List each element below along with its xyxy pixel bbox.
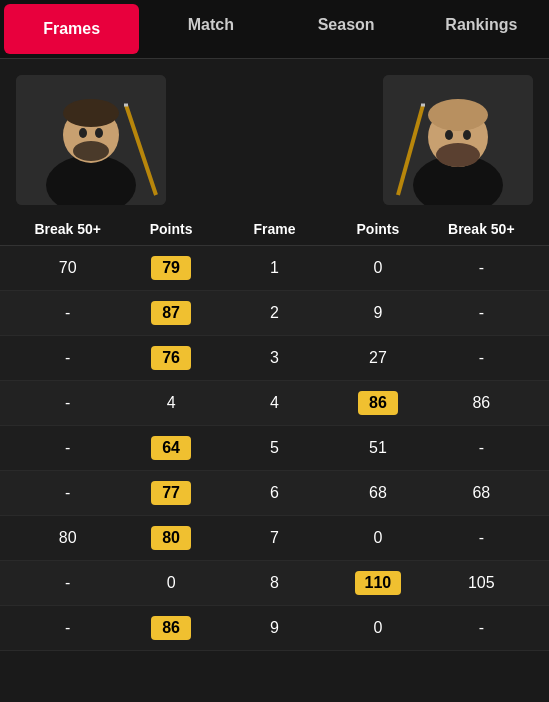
- cell-points-right: 68: [326, 484, 429, 502]
- table-row: - 4 4 86 86: [0, 381, 549, 426]
- svg-point-3: [63, 99, 119, 127]
- cell-frame: 4: [223, 394, 326, 412]
- cell-points-left: 4: [119, 394, 222, 412]
- header-break50-right: Break 50+: [430, 221, 533, 237]
- tab-match[interactable]: Match: [143, 0, 278, 58]
- cell-frame: 7: [223, 529, 326, 547]
- header-break50-left: Break 50+: [16, 221, 119, 237]
- cell-frame: 1: [223, 259, 326, 277]
- cell-break50-left: -: [16, 349, 119, 367]
- svg-point-6: [73, 141, 109, 161]
- table-row: - 77 6 68 68: [0, 471, 549, 516]
- tab-navigation: Frames Match Season Rankings: [0, 0, 549, 59]
- cell-frame: 2: [223, 304, 326, 322]
- player-right-photo: [383, 75, 533, 205]
- cell-points-right: 27: [326, 349, 429, 367]
- cell-frame: 6: [223, 484, 326, 502]
- table-row: - 0 8 110 105: [0, 561, 549, 606]
- header-frame: Frame: [223, 221, 326, 237]
- stats-rows: 70 79 1 0 - - 87 2 9 - - 76 3 27 - - 4 4…: [0, 246, 549, 651]
- svg-point-12: [428, 99, 488, 131]
- header-points-right: Points: [326, 221, 429, 237]
- stats-header: Break 50+ Points Frame Points Break 50+: [0, 213, 549, 246]
- svg-point-5: [95, 128, 103, 138]
- cell-break50-right: -: [430, 529, 533, 547]
- cell-break50-right: -: [430, 349, 533, 367]
- player-left-photo: [16, 75, 166, 205]
- cell-break50-left: -: [16, 439, 119, 457]
- cell-break50-left: -: [16, 484, 119, 502]
- tab-rankings[interactable]: Rankings: [414, 0, 549, 58]
- table-row: - 87 2 9 -: [0, 291, 549, 336]
- tab-frames[interactable]: Frames: [4, 4, 139, 54]
- cell-points-left: 79: [119, 256, 222, 280]
- cell-points-right: 9: [326, 304, 429, 322]
- cell-break50-right: 86: [430, 394, 533, 412]
- cell-frame: 3: [223, 349, 326, 367]
- cell-frame: 5: [223, 439, 326, 457]
- svg-point-14: [463, 130, 471, 140]
- players-row: [0, 59, 549, 213]
- tab-season[interactable]: Season: [279, 0, 414, 58]
- cell-break50-left: -: [16, 304, 119, 322]
- cell-break50-left: -: [16, 574, 119, 592]
- cell-break50-right: 105: [430, 574, 533, 592]
- cell-points-right: 86: [326, 391, 429, 415]
- cell-points-left: 0: [119, 574, 222, 592]
- cell-break50-left: -: [16, 619, 119, 637]
- cell-break50-right: 68: [430, 484, 533, 502]
- cell-break50-left: 80: [16, 529, 119, 547]
- cell-points-right: 51: [326, 439, 429, 457]
- svg-point-13: [445, 130, 453, 140]
- table-row: - 86 9 0 -: [0, 606, 549, 651]
- cell-break50-right: -: [430, 619, 533, 637]
- svg-point-4: [79, 128, 87, 138]
- cell-frame: 8: [223, 574, 326, 592]
- cell-break50-right: -: [430, 259, 533, 277]
- table-row: - 64 5 51 -: [0, 426, 549, 471]
- cell-points-left: 80: [119, 526, 222, 550]
- svg-point-15: [436, 143, 480, 167]
- cell-points-right: 0: [326, 259, 429, 277]
- cell-points-right: 0: [326, 529, 429, 547]
- table-row: 70 79 1 0 -: [0, 246, 549, 291]
- table-row: - 76 3 27 -: [0, 336, 549, 381]
- cell-break50-left: -: [16, 394, 119, 412]
- cell-points-left: 64: [119, 436, 222, 460]
- cell-points-left: 77: [119, 481, 222, 505]
- cell-points-left: 87: [119, 301, 222, 325]
- cell-points-left: 76: [119, 346, 222, 370]
- cell-points-right: 110: [326, 571, 429, 595]
- cell-frame: 9: [223, 619, 326, 637]
- cell-points-right: 0: [326, 619, 429, 637]
- cell-points-left: 86: [119, 616, 222, 640]
- cell-break50-right: -: [430, 304, 533, 322]
- table-row: 80 80 7 0 -: [0, 516, 549, 561]
- cell-break50-left: 70: [16, 259, 119, 277]
- cell-break50-right: -: [430, 439, 533, 457]
- header-points-left: Points: [119, 221, 222, 237]
